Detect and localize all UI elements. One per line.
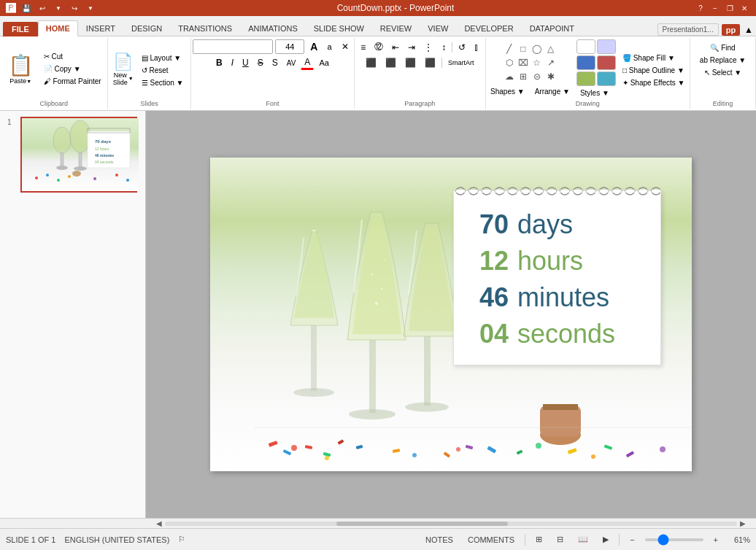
quick-more[interactable]: ▼ (85, 3, 96, 13)
slideshow-button[interactable]: ▶ (598, 533, 613, 546)
line-spacing-button[interactable]: ↕ (438, 41, 450, 54)
italic-button[interactable]: I (228, 56, 237, 69)
shape-item[interactable]: ☆ (531, 56, 544, 69)
restore-button[interactable]: ❐ (724, 3, 736, 13)
qs-item[interactable] (597, 71, 616, 86)
zoom-in-button[interactable]: + (709, 534, 722, 546)
accessibility-icon[interactable]: ⚐ (178, 535, 185, 544)
shape-outline-button[interactable]: □ Shape Outline ▼ (619, 65, 689, 76)
shape-item[interactable]: ✱ (544, 70, 558, 83)
cut-button[interactable]: ✂ Cut (40, 51, 105, 62)
quick-redo[interactable]: ↪ (69, 3, 80, 13)
shape-item[interactable]: ⊞ (517, 70, 530, 83)
ribbon-collapse[interactable]: ▲ (744, 25, 753, 35)
align-right-button[interactable]: ⬛ (401, 56, 420, 69)
slide-canvas[interactable]: 70 days 12 hours 46 minutes 04 seconds (146, 111, 756, 518)
smart-art-convert-button[interactable]: SmartArt (444, 58, 478, 68)
inc-indent-button[interactable]: ⇥ (404, 41, 419, 54)
layout-button[interactable]: ▤ Layout ▼ (138, 53, 188, 63)
tab-transitions[interactable]: TRANSITIONS (170, 20, 240, 36)
reading-view-button[interactable]: 📖 (574, 533, 593, 546)
notes-button[interactable]: NOTES (421, 534, 458, 546)
h-scrollbar[interactable]: ◀ ▶ (0, 518, 756, 528)
quick-save[interactable]: 💾 (20, 3, 32, 13)
tab-slideshow[interactable]: SLIDE SHOW (306, 20, 372, 36)
shape-item[interactable]: ╱ (503, 42, 516, 55)
shape-item[interactable]: ⬡ (503, 56, 516, 69)
bold-button[interactable]: B (212, 56, 226, 69)
shape-item[interactable]: △ (544, 42, 558, 55)
quick-undo-arrow[interactable]: ▼ (53, 3, 64, 13)
align-justify-button[interactable]: ⬛ (421, 56, 439, 69)
tab-animations[interactable]: ANIMATIONS (240, 20, 306, 36)
columns-dd-button[interactable]: ⫿ (471, 41, 482, 54)
slide-sorter-button[interactable]: ⊟ (552, 533, 568, 546)
qs-item[interactable] (597, 39, 616, 54)
svg-point-27 (385, 259, 386, 260)
numbering-button[interactable]: ⑫ (371, 39, 387, 55)
new-slide-button[interactable]: 📄 NewSlide ▼ (112, 51, 135, 88)
shape-item[interactable]: ☁ (503, 70, 516, 83)
minimize-button[interactable]: − (709, 3, 721, 13)
normal-view-button[interactable]: ⊞ (531, 533, 547, 546)
align-center-button[interactable]: ⬛ (382, 56, 400, 69)
language-indicator[interactable]: ENGLISH (UNITED STATES) (64, 535, 169, 544)
section-button[interactable]: ☰ Section ▼ (138, 77, 188, 88)
quick-styles-button[interactable]: Styles ▼ (576, 88, 616, 98)
font-case-button[interactable]: Aa (315, 57, 332, 69)
underline-button[interactable]: U (239, 56, 252, 69)
tab-view[interactable]: VIEW (420, 20, 456, 36)
tab-developer[interactable]: DEVELOPER (456, 20, 521, 36)
slide-thumbnail[interactable]: 70 days 12 hours 46 minutes 04 seconds (20, 117, 137, 193)
bullets-button[interactable]: ≡ (357, 41, 369, 54)
qs-item[interactable] (576, 71, 595, 86)
dec-indent-button[interactable]: ⇤ (388, 41, 403, 54)
shape-fill-button[interactable]: 🪣 Shape Fill ▼ (619, 53, 689, 63)
tab-review[interactable]: REVIEW (372, 20, 420, 36)
font-size-input[interactable] (275, 39, 304, 54)
quick-undo[interactable]: ↩ (36, 3, 48, 13)
tab-design[interactable]: DESIGN (123, 20, 170, 36)
replace-button[interactable]: ab Replace ▼ (696, 55, 749, 66)
shape-item[interactable]: ⌧ (517, 56, 530, 69)
shape-item[interactable]: ⊝ (531, 70, 544, 83)
font-color-button[interactable]: A (301, 55, 314, 70)
shape-item[interactable]: □ (517, 42, 530, 55)
copy-button[interactable]: 📄 Copy ▼ (40, 63, 105, 74)
paste-button[interactable]: 📋 Paste▼ (3, 51, 39, 87)
shape-effects-button[interactable]: ✦ Shape Effects ▼ (619, 77, 689, 88)
tab-home[interactable]: HOME (38, 20, 78, 36)
tab-datapoint[interactable]: DATAPOINT (522, 20, 582, 36)
zoom-level[interactable]: 61% (728, 535, 750, 544)
strikethrough-button[interactable]: S (254, 56, 267, 69)
arrange-button[interactable]: Arrange ▼ (531, 86, 574, 97)
shape-item[interactable]: ↗ (544, 56, 558, 69)
tab-insert[interactable]: INSERT (78, 20, 123, 36)
shapes-button[interactable]: Shapes ▼ (487, 86, 528, 97)
tab-file[interactable]: FILE (3, 22, 38, 36)
font-name-input[interactable] (193, 39, 273, 54)
font-grow-button[interactable]: A (306, 39, 321, 54)
zoom-out-button[interactable]: − (625, 534, 639, 546)
align-left-button[interactable]: ⬛ (362, 56, 380, 69)
font-shrink-button[interactable]: a (323, 41, 335, 53)
shape-item[interactable]: ◯ (531, 42, 544, 55)
comments-button[interactable]: COMMENTS (463, 534, 519, 546)
account-icon[interactable]: pp (722, 24, 740, 36)
help-button[interactable]: ? (695, 3, 706, 13)
text-shadow-button[interactable]: S (269, 56, 282, 69)
select-button[interactable]: ↖ Select ▼ (701, 67, 745, 78)
qs-item[interactable] (597, 55, 616, 70)
clear-format-button[interactable]: ✕ (338, 40, 352, 53)
char-spacing-button[interactable]: AV (283, 58, 300, 69)
qs-item[interactable] (576, 39, 595, 54)
close-button[interactable]: ✕ (738, 3, 750, 13)
format-painter-button[interactable]: 🖌 Format Painter (40, 76, 105, 87)
cols-button[interactable]: ⋮ (420, 41, 436, 54)
qs-item[interactable] (576, 55, 595, 70)
find-button[interactable]: 🔍 Find (706, 42, 738, 53)
zoom-slider[interactable] (645, 538, 703, 541)
reset-button[interactable]: ↺ Reset (138, 65, 188, 76)
account-label[interactable]: Presentation1... (657, 23, 719, 36)
dir-button[interactable]: ↺ (455, 41, 469, 54)
